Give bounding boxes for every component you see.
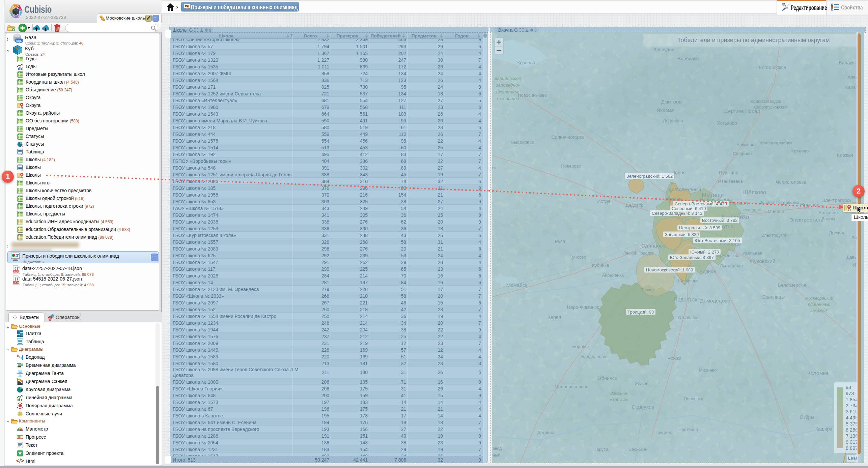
svg-text:Вербилки: Вербилки — [678, 56, 699, 61]
svg-text:1 854: 1 854 — [846, 397, 857, 402]
svg-text:5 375: 5 375 — [846, 421, 857, 427]
svg-text:3 615: 3 615 — [846, 409, 857, 414]
svg-text:Балакирево: Балакирево — [839, 60, 857, 65]
svg-text:Щербинка: Щербинка — [678, 279, 698, 283]
svg-text:Жуковский: Жуковский — [749, 258, 775, 264]
svg-text:Дрезна: Дрезна — [829, 230, 844, 235]
svg-text:Можайск: Можайск — [506, 282, 527, 288]
svg-text:Таруса: Таруса — [594, 447, 609, 452]
svg-text:{}: {} — [15, 267, 18, 270]
svg-text:Лесной Городок: Лесной Городок — [623, 251, 654, 256]
svg-text:Видное: Видное — [700, 269, 716, 274]
svg-text:Малоярославец: Малоярославец — [554, 384, 588, 389]
svg-text:JSON: JSON — [13, 281, 19, 284]
svg-text:Заказник: Заказник — [610, 391, 628, 396]
svg-text:Фряново: Фряново — [790, 148, 809, 153]
svg-text:Черноголовка: Черноголовка — [776, 179, 807, 185]
svg-text:Дедовск: Дедовск — [625, 203, 643, 208]
svg-text:Завидовское: Завидовское — [494, 76, 521, 81]
svg-text:Запрудня: Запрудня — [653, 47, 674, 52]
svg-text:Новосиньково: Новосиньково — [518, 93, 547, 98]
svg-text:93: 93 — [846, 385, 851, 390]
svg-text:Поварово: Поварово — [561, 164, 581, 169]
svg-text:заповедно-: заповедно- — [496, 83, 520, 88]
svg-text:лотный: лотный — [491, 453, 500, 458]
svg-text:Карабаново: Карабаново — [845, 85, 857, 90]
svg-text:7 136: 7 136 — [846, 433, 857, 439]
svg-text:Большие: Большие — [819, 210, 838, 215]
svg-text:Серпухов: Серпухов — [632, 404, 654, 410]
svg-text:Одинцово: Одинцово — [641, 243, 666, 248]
svg-text:Яхрома: Яхрома — [657, 108, 674, 113]
svg-text:973: 973 — [846, 391, 854, 396]
svg-text:Пушкино: Пушкино — [719, 170, 738, 175]
svg-text:Высоковск: Высоковск — [511, 140, 534, 145]
svg-text:Киржач: Киржач — [837, 152, 853, 158]
svg-text:хозяйство: хозяйство — [496, 96, 519, 101]
svg-text:Озёры: Озёры — [800, 414, 814, 420]
svg-text:заказник: заказник — [810, 308, 828, 313]
svg-text:Лыткарино: Лыткарино — [720, 263, 743, 268]
svg-text:Обнинск: Обнинск — [597, 376, 617, 381]
svg-text:Куровско: Куровско — [850, 262, 857, 267]
svg-text:Троицк: Троицк — [641, 288, 655, 292]
svg-text:Пущино: Пущино — [655, 430, 672, 435]
svg-text:Протвино: Протвино — [678, 427, 698, 432]
svg-text:Завод: Завод — [491, 446, 502, 451]
svg-text:Щёлково: Щёлково — [743, 189, 766, 195]
svg-text:Удельная: Удельная — [742, 251, 762, 256]
svg-text:Оболенск: Оболенск — [684, 397, 703, 401]
svg-text:Электроугли: Электроугли — [761, 233, 788, 238]
svg-text:Боровск: Боровск — [572, 344, 589, 349]
svg-text:Истра: Истра — [597, 199, 610, 204]
svg-text:Долгопрудный: Долгопрудный — [669, 187, 701, 192]
svg-text:Софрино: Софрино — [733, 151, 752, 156]
svg-text:Давыдово: Давыдово — [846, 255, 857, 260]
svg-text:Кашира: Кашира — [815, 426, 833, 432]
svg-text:Монино: Монино — [768, 209, 784, 214]
svg-text:Кубинка: Кубинка — [592, 263, 609, 268]
svg-text:Москворецкий: Москворецкий — [805, 296, 833, 301]
svg-text:пойменный: пойменный — [808, 302, 830, 307]
svg-text:Белоозерский: Белоозерский — [778, 283, 808, 288]
svg-text:Столбовая: Столбовая — [678, 315, 700, 320]
svg-text:Руза: Руза — [555, 239, 565, 244]
svg-text:8 017: 8 017 — [846, 439, 857, 445]
svg-text:«Таруса»: «Таруса» — [610, 397, 628, 402]
svg-text:Деденёво: Деденёво — [663, 118, 683, 123]
svg-text:2 734: 2 734 — [846, 403, 857, 408]
svg-text:SQL: SQL — [16, 39, 22, 42]
svg-text:Ашукино: Ашукино — [737, 142, 755, 147]
svg-text:Ликино-Д: Ликино-Д — [851, 235, 857, 240]
svg-text:JSON: JSON — [13, 271, 19, 273]
svg-text:Ивантеевка: Ивантеевка — [718, 179, 743, 184]
svg-text:Детчино: Детчино — [537, 430, 554, 435]
svg-text:Заокский: Заокский — [629, 447, 648, 452]
svg-text:Богородское: Богородское — [759, 65, 786, 70]
svg-text:Победители и призеры по админи: Победители и призеры по административным… — [676, 37, 830, 43]
svg-text:Жуков: Жуков — [635, 381, 648, 386]
svg-text:Александров: Александров — [847, 75, 857, 80]
svg-text:Солнечногорск: Солнечногорск — [551, 135, 584, 140]
svg-text:Балабаново: Балабаново — [581, 354, 606, 359]
svg-text:Коломна: Коломна — [808, 370, 829, 376]
svg-text:Наро-Фоминск: Наро-Фоминск — [567, 304, 599, 310]
svg-text:Михнево: Михнево — [699, 368, 717, 373]
svg-text:Краснозаводск: Краснозаводск — [751, 99, 781, 104]
svg-text:Хотьково: Хотьково — [717, 120, 737, 126]
svg-text:Красноармейск: Красноармейск — [760, 140, 792, 145]
svg-text:6 256: 6 256 — [846, 427, 857, 433]
svg-text:Козлово: Козлово — [517, 60, 535, 65]
svg-text:Дмитров: Дмитров — [661, 99, 681, 105]
svg-text:Leaflet: Leaflet — [848, 456, 857, 461]
svg-text:Тучково: Тучково — [569, 255, 586, 260]
svg-text:Апрелевка: Апрелевка — [602, 273, 624, 278]
svg-text:Верея: Верея — [548, 315, 561, 320]
svg-text:Дворы: Дворы — [821, 216, 835, 221]
svg-text:Подольск: Подольск — [674, 297, 698, 302]
svg-text:охотничье: охотничье — [496, 89, 519, 94]
svg-text:Домодедово: Домодедово — [700, 298, 730, 303]
svg-text:Скоропусковский: Скоропусковский — [754, 105, 787, 110]
svg-text:Бронницы: Бронницы — [762, 294, 785, 300]
svg-text:Электрогорск: Электрогорск — [822, 198, 851, 203]
